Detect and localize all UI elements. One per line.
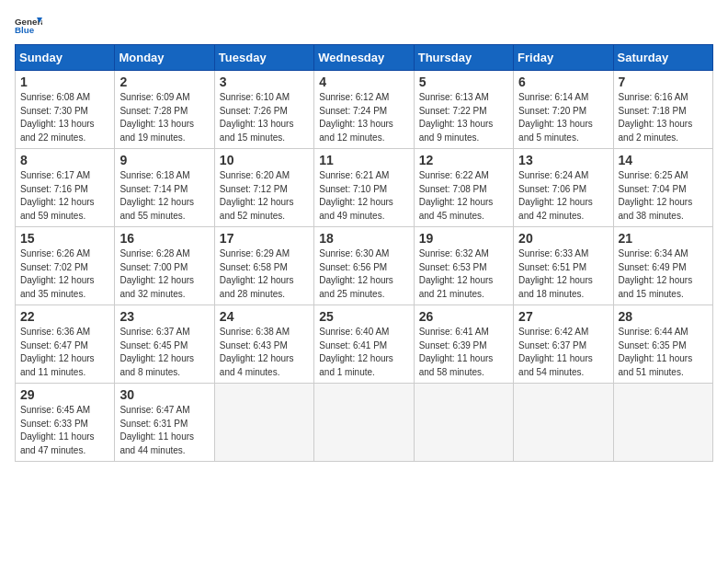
calendar-cell — [214, 384, 313, 462]
day-number: 22 — [20, 309, 109, 324]
day-info: Sunrise: 6:16 AMSunset: 7:18 PMDaylight:… — [619, 92, 693, 143]
calendar-cell: 18 Sunrise: 6:30 AMSunset: 6:56 PMDaylig… — [314, 227, 414, 305]
calendar-cell — [414, 384, 513, 462]
day-number: 7 — [619, 75, 708, 89]
day-number: 20 — [518, 231, 608, 246]
calendar-cell: 6 Sunrise: 6:14 AMSunset: 7:20 PMDayligh… — [514, 71, 613, 149]
day-number: 26 — [419, 309, 508, 324]
calendar-cell — [613, 384, 712, 462]
day-info: Sunrise: 6:08 AMSunset: 7:30 PMDaylight:… — [20, 92, 95, 143]
day-info: Sunrise: 6:17 AMSunset: 7:16 PMDaylight:… — [20, 170, 95, 221]
day-info: Sunrise: 6:26 AMSunset: 7:02 PMDaylight:… — [20, 248, 95, 299]
day-number: 29 — [20, 387, 109, 402]
calendar-week-1: 1 Sunrise: 6:08 AMSunset: 7:30 PMDayligh… — [16, 71, 713, 149]
day-info: Sunrise: 6:38 AMSunset: 6:43 PMDaylight:… — [220, 327, 294, 377]
calendar-cell: 25 Sunrise: 6:40 AMSunset: 6:41 PMDaylig… — [314, 305, 414, 384]
day-info: Sunrise: 6:42 AMSunset: 6:37 PMDaylight:… — [518, 327, 593, 377]
day-info: Sunrise: 6:12 AMSunset: 7:24 PMDaylight:… — [319, 92, 393, 143]
calendar-cell: 13 Sunrise: 6:24 AMSunset: 7:06 PMDaylig… — [514, 149, 613, 227]
weekday-header-sunday: Sunday — [16, 45, 115, 71]
calendar-cell: 17 Sunrise: 6:29 AMSunset: 6:58 PMDaylig… — [214, 227, 313, 305]
weekday-header-friday: Friday — [514, 45, 613, 71]
calendar-cell: 20 Sunrise: 6:33 AMSunset: 6:51 PMDaylig… — [514, 227, 613, 305]
calendar-cell: 12 Sunrise: 6:22 AMSunset: 7:08 PMDaylig… — [414, 149, 513, 227]
day-number: 28 — [619, 309, 708, 324]
day-info: Sunrise: 6:47 AMSunset: 6:31 PMDaylight:… — [119, 405, 194, 455]
calendar-cell: 15 Sunrise: 6:26 AMSunset: 7:02 PMDaylig… — [16, 227, 115, 305]
day-number: 23 — [119, 309, 209, 324]
calendar-cell: 3 Sunrise: 6:10 AMSunset: 7:26 PMDayligh… — [214, 71, 313, 149]
day-number: 8 — [20, 153, 109, 167]
day-info: Sunrise: 6:09 AMSunset: 7:28 PMDaylight:… — [119, 92, 194, 143]
calendar-cell: 4 Sunrise: 6:12 AMSunset: 7:24 PMDayligh… — [314, 71, 414, 149]
calendar-cell: 21 Sunrise: 6:34 AMSunset: 6:49 PMDaylig… — [613, 227, 712, 305]
calendar-cell: 9 Sunrise: 6:18 AMSunset: 7:14 PMDayligh… — [115, 149, 214, 227]
calendar-cell: 22 Sunrise: 6:36 AMSunset: 6:47 PMDaylig… — [16, 305, 115, 384]
calendar-cell: 11 Sunrise: 6:21 AMSunset: 7:10 PMDaylig… — [314, 149, 414, 227]
day-info: Sunrise: 6:36 AMSunset: 6:47 PMDaylight:… — [20, 327, 95, 377]
weekday-header-monday: Monday — [115, 45, 214, 71]
day-number: 1 — [20, 75, 109, 89]
calendar-cell: 2 Sunrise: 6:09 AMSunset: 7:28 PMDayligh… — [115, 71, 214, 149]
day-info: Sunrise: 6:30 AMSunset: 6:56 PMDaylight:… — [319, 248, 393, 299]
day-number: 14 — [619, 153, 708, 167]
day-number: 21 — [619, 231, 708, 246]
calendar-cell: 26 Sunrise: 6:41 AMSunset: 6:39 PMDaylig… — [414, 305, 513, 384]
weekday-header-thursday: Thursday — [414, 45, 513, 71]
day-info: Sunrise: 6:34 AMSunset: 6:49 PMDaylight:… — [619, 248, 693, 299]
calendar-cell: 19 Sunrise: 6:32 AMSunset: 6:53 PMDaylig… — [414, 227, 513, 305]
day-info: Sunrise: 6:14 AMSunset: 7:20 PMDaylight:… — [518, 92, 593, 143]
day-info: Sunrise: 6:28 AMSunset: 7:00 PMDaylight:… — [119, 248, 194, 299]
weekday-header-tuesday: Tuesday — [214, 45, 313, 71]
day-info: Sunrise: 6:20 AMSunset: 7:12 PMDaylight:… — [220, 170, 294, 221]
day-number: 6 — [518, 75, 608, 89]
calendar-week-5: 29 Sunrise: 6:45 AMSunset: 6:33 PMDaylig… — [16, 384, 713, 462]
calendar-table: SundayMondayTuesdayWednesdayThursdayFrid… — [15, 44, 713, 462]
calendar-cell: 24 Sunrise: 6:38 AMSunset: 6:43 PMDaylig… — [214, 305, 313, 384]
calendar-cell: 27 Sunrise: 6:42 AMSunset: 6:37 PMDaylig… — [514, 305, 613, 384]
calendar-cell: 1 Sunrise: 6:08 AMSunset: 7:30 PMDayligh… — [16, 71, 115, 149]
day-number: 17 — [220, 231, 309, 246]
day-info: Sunrise: 6:25 AMSunset: 7:04 PMDaylight:… — [619, 170, 693, 221]
calendar-week-2: 8 Sunrise: 6:17 AMSunset: 7:16 PMDayligh… — [16, 149, 713, 227]
calendar-week-4: 22 Sunrise: 6:36 AMSunset: 6:47 PMDaylig… — [16, 305, 713, 384]
logo: General Blue — [15, 15, 42, 37]
day-info: Sunrise: 6:37 AMSunset: 6:45 PMDaylight:… — [119, 327, 194, 377]
day-number: 19 — [419, 231, 508, 246]
day-number: 24 — [220, 309, 309, 324]
day-number: 4 — [319, 75, 408, 89]
day-info: Sunrise: 6:10 AMSunset: 7:26 PMDaylight:… — [220, 92, 294, 143]
calendar-cell: 29 Sunrise: 6:45 AMSunset: 6:33 PMDaylig… — [16, 384, 115, 462]
day-number: 3 — [220, 75, 309, 89]
day-number: 12 — [419, 153, 508, 167]
day-info: Sunrise: 6:41 AMSunset: 6:39 PMDaylight:… — [419, 327, 494, 377]
day-number: 2 — [119, 75, 209, 89]
calendar-cell: 16 Sunrise: 6:28 AMSunset: 7:00 PMDaylig… — [115, 227, 214, 305]
day-info: Sunrise: 6:44 AMSunset: 6:35 PMDaylight:… — [619, 327, 693, 377]
svg-text:Blue: Blue — [15, 25, 35, 35]
calendar-cell: 30 Sunrise: 6:47 AMSunset: 6:31 PMDaylig… — [115, 384, 214, 462]
day-info: Sunrise: 6:18 AMSunset: 7:14 PMDaylight:… — [119, 170, 194, 221]
day-number: 30 — [119, 387, 209, 402]
day-number: 11 — [319, 153, 408, 167]
logo-icon: General Blue — [15, 15, 42, 37]
day-number: 27 — [518, 309, 608, 324]
calendar-cell: 23 Sunrise: 6:37 AMSunset: 6:45 PMDaylig… — [115, 305, 214, 384]
day-number: 5 — [419, 75, 508, 89]
calendar-cell — [314, 384, 414, 462]
day-number: 18 — [319, 231, 408, 246]
day-number: 10 — [220, 153, 309, 167]
day-info: Sunrise: 6:29 AMSunset: 6:58 PMDaylight:… — [220, 248, 294, 299]
day-info: Sunrise: 6:33 AMSunset: 6:51 PMDaylight:… — [518, 248, 593, 299]
weekday-header-wednesday: Wednesday — [314, 45, 414, 71]
calendar-cell: 8 Sunrise: 6:17 AMSunset: 7:16 PMDayligh… — [16, 149, 115, 227]
day-info: Sunrise: 6:45 AMSunset: 6:33 PMDaylight:… — [20, 405, 95, 455]
day-info: Sunrise: 6:24 AMSunset: 7:06 PMDaylight:… — [518, 170, 593, 221]
day-number: 16 — [119, 231, 209, 246]
day-number: 9 — [119, 153, 209, 167]
calendar-cell: 14 Sunrise: 6:25 AMSunset: 7:04 PMDaylig… — [613, 149, 712, 227]
calendar-cell: 10 Sunrise: 6:20 AMSunset: 7:12 PMDaylig… — [214, 149, 313, 227]
day-info: Sunrise: 6:13 AMSunset: 7:22 PMDaylight:… — [419, 92, 494, 143]
calendar-cell: 7 Sunrise: 6:16 AMSunset: 7:18 PMDayligh… — [613, 71, 712, 149]
calendar-cell: 5 Sunrise: 6:13 AMSunset: 7:22 PMDayligh… — [414, 71, 513, 149]
